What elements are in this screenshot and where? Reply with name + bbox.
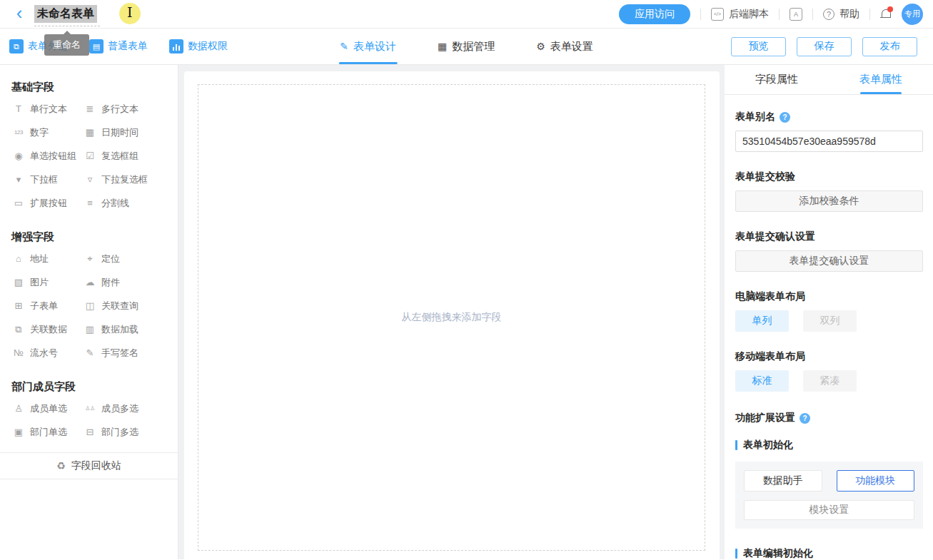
divider xyxy=(869,9,870,20)
tab-data-manage[interactable]: ▦ 数据管理 xyxy=(438,29,495,64)
field-item-checkbox-group[interactable]: ☑ 复选框组 xyxy=(84,144,178,168)
pc-layout-double-column[interactable]: 双列 xyxy=(803,310,857,332)
linked-query-icon: ◫ xyxy=(84,300,96,311)
notification-dot xyxy=(887,6,893,12)
mobile-layout-compact[interactable]: 紧凑 xyxy=(803,370,857,392)
select-icon: ▾ xyxy=(13,174,24,185)
field-item-member-multi[interactable]: ♙♙ 成员多选 xyxy=(84,397,178,420)
back-icon[interactable]: ‹ xyxy=(9,4,30,25)
form-init-buttons: 数据助手 功能模块 xyxy=(744,470,914,492)
help-button[interactable]: 帮助 xyxy=(823,8,859,21)
section-basic-fields: 基础字段 T 单行文本 ≣ 多行文本 123 数字 ▦ 日期时间 xyxy=(0,65,178,215)
field-item-dept-multi[interactable]: ⊟ 部门多选 xyxy=(84,420,178,444)
tab-data-manage-label: 数据管理 xyxy=(452,40,495,54)
linked-data-icon: ⧉ xyxy=(13,324,24,335)
divider xyxy=(700,9,701,20)
field-grid: ♙ 成员单选 ♙♙ 成员多选 ▣ 部门单选 ⊟ 部门多选 xyxy=(0,397,178,444)
module-settings-button[interactable]: 模块设置 xyxy=(744,500,914,520)
data-permission-label: 数据权限 xyxy=(188,40,228,53)
field-item-divider[interactable]: ≡ 分割线 xyxy=(84,191,178,215)
data-manage-icon: ▦ xyxy=(438,41,447,52)
submit-confirm-settings-button[interactable]: 表单提交确认设置 xyxy=(735,250,923,272)
text-cursor-highlight: I xyxy=(119,3,141,24)
field-item-linked-data[interactable]: ⧉ 关联数据 xyxy=(13,317,84,341)
field-item-image[interactable]: ▧ 图片 xyxy=(13,270,84,294)
alias-help-icon[interactable] xyxy=(780,112,790,123)
field-label: 数字 xyxy=(30,126,49,139)
field-item-multi-select[interactable]: ▿ 下拉复选框 xyxy=(84,168,178,191)
form-alias-label-row: 表单别名 xyxy=(735,111,923,123)
field-item-multi-line-text[interactable]: ≣ 多行文本 xyxy=(84,97,178,121)
field-item-dept-single[interactable]: ▣ 部门单选 xyxy=(13,420,84,444)
field-item-attachment[interactable]: ☁ 附件 xyxy=(84,270,178,294)
function-module-button[interactable]: 功能模块 xyxy=(837,470,915,492)
add-validation-button[interactable]: 添加校验条件 xyxy=(735,190,923,212)
multi-select-icon: ▿ xyxy=(84,174,96,185)
question-circle-icon xyxy=(823,9,834,20)
field-item-number[interactable]: 123 数字 xyxy=(13,121,84,144)
tab-form-settings[interactable]: ⚙ 表单设置 xyxy=(536,29,593,64)
main-body: 基础字段 T 单行文本 ≣ 多行文本 123 数字 ▦ 日期时间 xyxy=(0,65,933,559)
form-init-header: 表单初始化 xyxy=(735,439,923,452)
form-alias-input[interactable] xyxy=(735,131,923,152)
normal-form-icon: ▤ xyxy=(89,39,104,54)
preview-button[interactable]: 预览 xyxy=(731,37,786,56)
pc-layout-single-column[interactable]: 单列 xyxy=(735,310,789,332)
data-helper-button[interactable]: 数据助手 xyxy=(744,470,822,492)
field-label: 流水号 xyxy=(30,347,58,360)
field-item-radio-group[interactable]: ◉ 单选按钮组 xyxy=(13,144,84,168)
location-icon: ⌖ xyxy=(84,253,96,265)
form-edit-init-label: 表单编辑初始化 xyxy=(743,547,813,559)
field-grid: T 单行文本 ≣ 多行文本 123 数字 ▦ 日期时间 ◉ 单选按钮组 xyxy=(0,97,178,215)
field-item-serial-number[interactable]: № 流水号 xyxy=(13,341,84,365)
field-item-subform[interactable]: ⊞ 子表单 xyxy=(13,294,84,317)
data-permission-button[interactable]: 数据权限 xyxy=(169,39,228,54)
field-item-location[interactable]: ⌖ 定位 xyxy=(84,247,178,270)
form-init-label: 表单初始化 xyxy=(743,439,793,452)
signature-icon: ✎ xyxy=(84,347,96,358)
data-load-icon: ▥ xyxy=(84,324,96,335)
field-item-select[interactable]: ▾ 下拉框 xyxy=(13,168,84,191)
multi-line-text-icon: ≣ xyxy=(84,103,96,114)
form-edit-init-header: 表单编辑初始化 xyxy=(735,547,923,559)
user-avatar[interactable]: 专用 xyxy=(902,4,923,25)
image-icon: ▧ xyxy=(13,277,24,287)
tab-form-properties[interactable]: 表单属性 xyxy=(829,65,933,94)
field-recycle-bin-button[interactable]: ♻ 字段回收站 xyxy=(0,452,178,479)
help-label: 帮助 xyxy=(839,8,859,21)
section-title: 增强字段 xyxy=(0,215,178,247)
app-access-button[interactable]: 应用访问 xyxy=(619,4,690,24)
mobile-layout-standard[interactable]: 标准 xyxy=(735,370,789,392)
form-title[interactable]: 未命名表单 xyxy=(34,5,97,23)
tab-form-design[interactable]: ✎ 表单设计 xyxy=(340,29,396,64)
field-grid: ⌂ 地址 ⌖ 定位 ▧ 图片 ☁ 附件 ⊞ 子表单 xyxy=(0,247,178,365)
field-item-datetime[interactable]: ▦ 日期时间 xyxy=(84,121,178,144)
field-item-member-single[interactable]: ♙ 成员单选 xyxy=(13,397,84,420)
field-label: 成员单选 xyxy=(30,402,67,415)
normal-form-button[interactable]: ▤ 普通表单 xyxy=(89,39,148,54)
form-designer-app: ‹ 未命名表单 I 应用访问 后端脚本 帮助 xyxy=(0,0,933,560)
field-item-extend-button[interactable]: ▭ 扩展按钮 xyxy=(13,191,84,215)
field-item-single-line-text[interactable]: T 单行文本 xyxy=(13,97,84,121)
recycle-label: 字段回收站 xyxy=(71,459,121,472)
field-item-signature[interactable]: ✎ 手写签名 xyxy=(84,341,178,365)
extension-settings-row: 功能扩展设置 xyxy=(735,412,923,424)
normal-form-label: 普通表单 xyxy=(108,40,148,53)
save-button[interactable]: 保存 xyxy=(797,37,852,56)
field-item-data-load[interactable]: ▥ 数据加载 xyxy=(84,317,178,341)
notification-bell-icon[interactable] xyxy=(880,9,892,20)
publish-button[interactable]: 发布 xyxy=(862,37,917,56)
field-label: 附件 xyxy=(101,276,120,289)
tab-field-properties[interactable]: 字段属性 xyxy=(725,65,829,94)
extension-help-icon[interactable] xyxy=(800,413,810,424)
field-item-linked-query[interactable]: ◫ 关联查询 xyxy=(84,294,178,317)
backend-script-button[interactable]: 后端脚本 xyxy=(711,8,769,21)
section-enhanced-fields: 增强字段 ⌂ 地址 ⌖ 定位 ▧ 图片 ☁ 附件 ⊞ xyxy=(0,215,178,365)
field-label: 部门单选 xyxy=(30,426,67,439)
field-dropzone[interactable]: 从左侧拖拽来添加字段 xyxy=(198,84,705,551)
main-tabs: ✎ 表单设计 ▦ 数据管理 ⚙ 表单设置 xyxy=(340,29,593,64)
contact-book-icon[interactable] xyxy=(790,8,802,21)
field-item-address[interactable]: ⌂ 地址 xyxy=(13,247,84,270)
data-permission-icon xyxy=(169,39,183,54)
field-label: 地址 xyxy=(30,253,49,265)
